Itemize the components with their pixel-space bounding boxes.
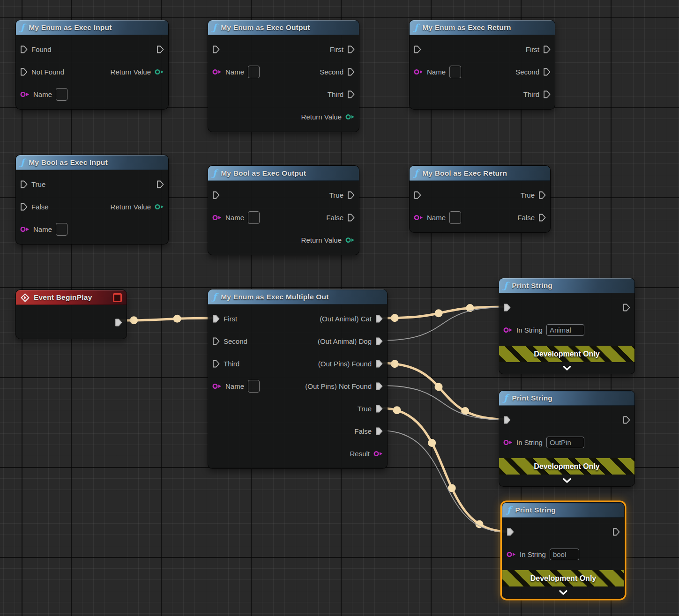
out-animal-cat-pin[interactable] — [375, 315, 383, 323]
node-my-enum-as-exec-return[interactable]: ƒMy Enum as Exec ReturnFirstNameSecondTh… — [409, 20, 555, 110]
true-pin[interactable] — [20, 180, 28, 188]
node-header[interactable]: ƒMy Bool as Exec Return — [410, 166, 550, 181]
true-pin[interactable] — [538, 191, 546, 199]
in-string-input[interactable] — [546, 324, 584, 336]
false-pin[interactable] — [538, 214, 546, 222]
in-string-pin[interactable] — [503, 327, 513, 333]
node-header[interactable]: ƒPrint String — [499, 278, 634, 293]
exec-pin[interactable] — [507, 528, 514, 536]
name-pin[interactable] — [414, 215, 423, 221]
name-input[interactable] — [248, 66, 260, 78]
second-pin[interactable] — [212, 337, 220, 345]
in-string-input[interactable] — [550, 549, 579, 560]
in-string-input[interactable] — [546, 437, 584, 448]
exec-pin[interactable] — [212, 191, 220, 199]
exec-pin[interactable] — [157, 180, 164, 188]
return-value-pin-label: Return Value — [111, 203, 151, 211]
name-input[interactable] — [56, 88, 67, 101]
second-pin[interactable] — [347, 68, 355, 76]
found-pin[interactable] — [20, 45, 28, 53]
pin-row: Third — [410, 83, 555, 105]
first-pin[interactable] — [347, 45, 355, 53]
name-input[interactable] — [248, 380, 260, 393]
false-pin[interactable] — [347, 214, 355, 222]
return-value-pin[interactable] — [155, 204, 164, 210]
chevron-down-icon[interactable] — [499, 362, 634, 374]
third-pin[interactable] — [543, 90, 551, 98]
exec-pin[interactable] — [623, 304, 630, 312]
false-pin[interactable] — [375, 427, 383, 435]
out-pins-found-pin-label: (Out Pins) Found — [318, 360, 372, 368]
node-header[interactable]: ƒMy Bool as Exec Input — [16, 155, 168, 170]
first-pin[interactable] — [212, 315, 220, 323]
not-found-pin[interactable] — [20, 68, 28, 76]
node-header[interactable]: ƒPrint String — [499, 391, 634, 406]
return-value-pin[interactable] — [155, 69, 164, 75]
exec-pin[interactable] — [157, 45, 164, 53]
name-input[interactable] — [449, 211, 461, 224]
pin-row: First — [208, 38, 359, 60]
name-input[interactable] — [56, 223, 67, 236]
chevron-down-icon[interactable] — [502, 586, 624, 598]
true-pin[interactable] — [347, 191, 355, 199]
name-input[interactable] — [248, 211, 260, 224]
exec-pin[interactable] — [115, 319, 122, 327]
name-pin[interactable] — [414, 69, 423, 75]
false-pin[interactable] — [20, 203, 28, 211]
node-my-enum-as-exec-output[interactable]: ƒMy Enum as Exec OutputFirstNameSecondTh… — [208, 20, 359, 132]
node-header[interactable]: ƒMy Enum as Exec Output — [208, 20, 359, 35]
node-print-string-1[interactable]: ƒPrint StringIn StringDevelopment Only — [499, 278, 635, 374]
node-header[interactable]: ƒMy Enum as Exec Input — [16, 20, 168, 35]
node-print-string-2[interactable]: ƒPrint StringIn StringDevelopment Only — [499, 390, 635, 487]
in-string-pin[interactable] — [503, 439, 513, 445]
return-value-pin[interactable] — [345, 114, 355, 120]
exec-pin[interactable] — [612, 528, 620, 536]
node-header[interactable]: ƒMy Enum as Exec Return — [410, 20, 555, 35]
exec-pin[interactable] — [414, 45, 421, 53]
out-pins-not-found-pin[interactable] — [375, 382, 383, 390]
name-pin-label: Name — [225, 382, 244, 390]
node-header[interactable]: Event BeginPlay — [16, 290, 127, 305]
node-print-string-3[interactable]: ƒPrint StringIn StringDevelopment Only — [502, 502, 625, 599]
exec-pin[interactable] — [414, 191, 421, 199]
wire-bubble — [173, 315, 181, 323]
node-my-bool-as-exec-input[interactable]: ƒMy Bool as Exec InputTrueFalseReturn Va… — [15, 155, 169, 245]
exec-pin[interactable] — [623, 416, 630, 424]
name-input[interactable] — [449, 66, 461, 78]
third-pin[interactable] — [347, 90, 355, 98]
pin-row: Third — [208, 83, 359, 105]
node-header[interactable]: ƒMy Bool as Exec Output — [208, 166, 359, 181]
node-title: My Enum as Exec Input — [29, 23, 112, 32]
in-string-pin[interactable] — [507, 551, 516, 557]
exec-pin[interactable] — [503, 416, 511, 424]
graph-canvas[interactable]: ƒMy Enum as Exec InputFoundNot FoundRetu… — [0, 0, 679, 616]
result-pin[interactable] — [373, 451, 383, 457]
node-event-beginplay[interactable]: Event BeginPlay — [15, 289, 127, 339]
name-pin[interactable] — [212, 383, 222, 389]
out-animal-dog-pin[interactable] — [375, 337, 383, 345]
exec-pin[interactable] — [212, 45, 220, 53]
in-string-pin-label: In String — [516, 326, 543, 334]
true-pin[interactable] — [375, 405, 383, 413]
exec-pin[interactable] — [503, 304, 511, 312]
function-icon: ƒ — [213, 292, 216, 301]
second-pin[interactable] — [543, 68, 551, 76]
node-my-enum-as-exec-input[interactable]: ƒMy Enum as Exec InputFoundNot FoundRetu… — [15, 20, 169, 110]
chevron-down-icon[interactable] — [499, 475, 634, 486]
name-pin[interactable] — [20, 226, 30, 232]
function-icon: ƒ — [414, 23, 418, 32]
node-header[interactable]: ƒPrint String — [502, 503, 624, 518]
third-pin[interactable] — [212, 360, 220, 368]
name-pin[interactable] — [212, 69, 222, 75]
node-my-bool-as-exec-return[interactable]: ƒMy Bool as Exec ReturnTrueNameFalse — [409, 165, 551, 233]
node-header[interactable]: ƒMy Enum as Exec Multiple Out — [208, 289, 387, 304]
return-value-pin[interactable] — [345, 237, 355, 243]
first-pin[interactable] — [543, 45, 551, 53]
first-pin-label: First — [526, 45, 539, 53]
node-my-enum-as-exec-multiple-out[interactable]: ƒMy Enum as Exec Multiple OutFirst(Out A… — [208, 289, 388, 469]
out-pins-found-pin[interactable] — [375, 360, 383, 368]
development-only-banner: Development Only — [499, 346, 634, 362]
node-my-bool-as-exec-output[interactable]: ƒMy Bool as Exec OutputTrueNameFalseRetu… — [208, 165, 359, 255]
name-pin[interactable] — [20, 91, 30, 97]
name-pin[interactable] — [212, 215, 222, 221]
